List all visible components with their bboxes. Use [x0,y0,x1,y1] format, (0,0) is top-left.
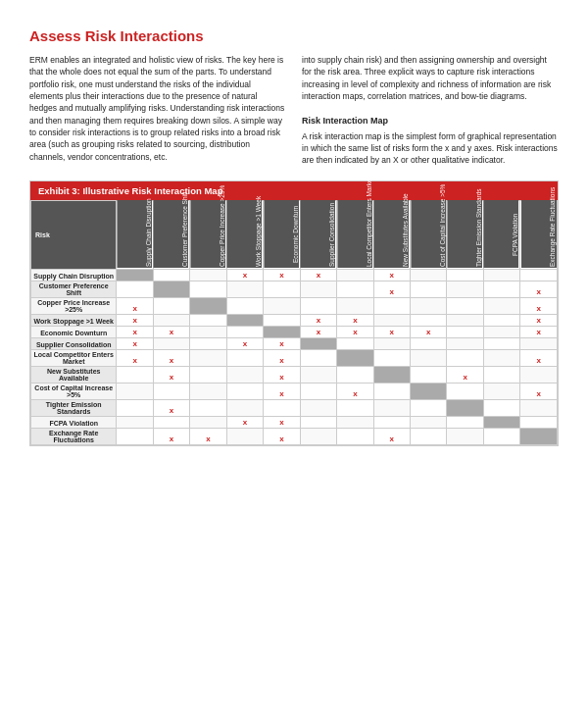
cell-11-11 [520,428,558,444]
intro-right: into supply chain risk) and then assigni… [302,54,559,167]
cell-7-3 [226,366,263,383]
cell-4-5: x [300,326,336,337]
col-header-11: Exchange Rate Fluctuations [520,200,558,269]
cell-4-7: x [373,326,410,337]
row-label-3: Work Stoppage >1 Week [31,314,117,326]
cell-1-7: x [373,281,410,297]
cell-4-1: x [153,326,189,337]
cell-8-0 [117,383,153,399]
cell-1-2 [190,281,226,297]
table-row: Economic Downturnxxxxxxx [31,326,558,337]
table-row: Cost of Capital Increase >5%xxx [31,383,558,399]
cell-5-11 [520,337,558,349]
cell-1-1 [153,281,189,297]
cell-10-1 [153,416,189,428]
cell-5-2 [190,337,226,349]
cell-0-1 [153,269,189,281]
cell-0-4: x [264,269,300,281]
cell-11-9 [447,428,483,444]
cell-8-1 [153,383,189,399]
intro-right-intro: into supply chain risk) and then assigni… [302,54,559,102]
cell-5-3: x [226,337,263,349]
col-header-7: New Substitutes Available [373,200,410,269]
cell-0-10 [483,269,519,281]
cell-11-3 [226,428,263,444]
cell-10-7 [373,416,410,428]
cell-0-3: x [226,269,263,281]
cell-8-5 [300,383,336,399]
cell-1-0 [117,281,153,297]
cell-1-4 [264,281,300,297]
cell-6-7 [373,349,410,366]
cell-8-9 [447,383,483,399]
cell-7-10 [483,366,519,383]
table-row: Work Stoppage >1 Weekxxxx [31,314,558,326]
cell-3-3 [226,314,263,326]
cell-9-4 [264,399,300,416]
cell-7-2 [190,366,226,383]
cell-4-9 [447,326,483,337]
intro-left-text: ERM enables an integrated and holistic v… [29,54,286,163]
cell-9-3 [226,399,263,416]
cell-11-5 [300,428,336,444]
risk-interaction-table: Risk Supply Chain DisruptionCustomer Pre… [30,200,558,445]
col-header-5: Supplier Consolidation [300,200,336,269]
cell-0-6 [337,269,373,281]
cell-5-4: x [264,337,300,349]
cell-0-0 [117,269,153,281]
row-label-2: Copper Price Increase >25% [31,297,117,314]
cell-3-8 [411,314,447,326]
cell-3-7 [373,314,410,326]
cell-6-10 [483,349,519,366]
col-header-10: FCPA Violation [483,200,519,269]
cell-0-8 [411,269,447,281]
page-title: Assess Risk Interactions [29,27,559,44]
cell-9-0 [117,399,153,416]
cell-3-4 [264,314,300,326]
cell-10-6 [337,416,373,428]
col-header-8: Cost of Capital Increase >5% [411,200,447,269]
cell-11-6 [337,428,373,444]
cell-3-11: x [520,314,558,326]
cell-7-7 [373,366,410,383]
cell-8-8 [411,383,447,399]
row-label-10: FCPA Violation [31,416,117,428]
cell-5-0: x [117,337,153,349]
row-label-7: New Substitutes Available [31,366,117,383]
cell-7-1: x [153,366,189,383]
cell-7-8 [411,366,447,383]
cell-8-4: x [264,383,300,399]
cell-4-10 [483,326,519,337]
row-label-8: Cost of Capital Increase >5% [31,383,117,399]
cell-1-9 [447,281,483,297]
cell-2-1 [153,297,189,314]
cell-7-6 [337,366,373,383]
cell-2-5 [300,297,336,314]
cell-2-6 [337,297,373,314]
row-label-1: Customer Preference Shift [31,281,117,297]
cell-10-9 [447,416,483,428]
cell-4-0: x [117,326,153,337]
cell-5-6 [337,337,373,349]
row-label-9: Tighter Emission Standards [31,399,117,416]
risk-interaction-heading: Risk Interaction Map [302,115,559,128]
cell-6-5 [300,349,336,366]
col-header-0: Supply Chain Disruption [117,200,153,269]
intro-section: ERM enables an integrated and holistic v… [29,54,559,167]
intro-left: ERM enables an integrated and holistic v… [29,54,286,167]
cell-6-3 [226,349,263,366]
row-label-6: Local Competitor Enters Market [31,349,117,366]
cell-2-10 [483,297,519,314]
row-label-4: Economic Downturn [31,326,117,337]
table-corner-header: Risk [31,200,117,269]
cell-9-7 [373,399,410,416]
cell-3-1 [153,314,189,326]
cell-10-8 [411,416,447,428]
cell-5-8 [411,337,447,349]
cell-3-5: x [300,314,336,326]
exhibit-box: Exhibit 3: Illustrative Risk Interaction… [29,180,559,446]
cell-8-10 [483,383,519,399]
cell-3-9 [447,314,483,326]
cell-9-8 [411,399,447,416]
row-label-5: Supplier Consolidation [31,337,117,349]
